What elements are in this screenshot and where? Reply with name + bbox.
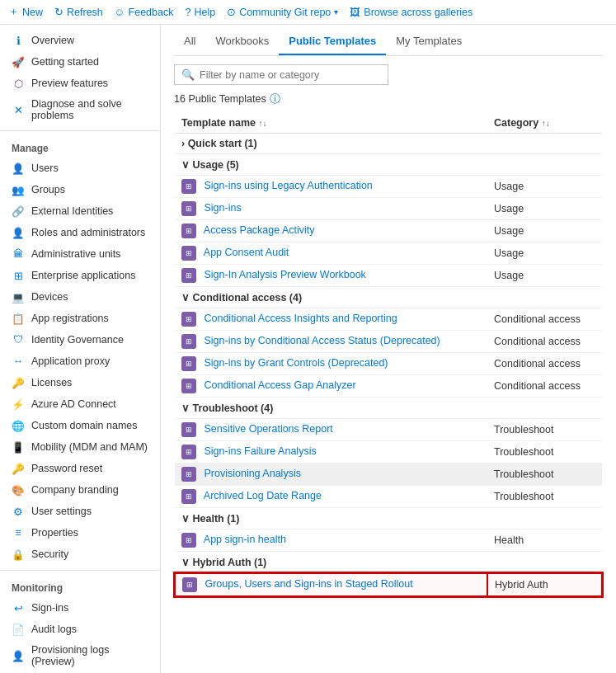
sidebar-item-azure-ad-connect[interactable]: ⚡ Azure AD Connect bbox=[0, 393, 160, 415]
sidebar-item-user-settings[interactable]: ⚙ User settings bbox=[0, 501, 160, 522]
group-quick-start[interactable]: › Quick start (1) bbox=[175, 134, 602, 154]
browse-icon: 🖼 bbox=[350, 7, 360, 18]
filter-input[interactable] bbox=[200, 69, 381, 81]
count-label: 16 Public Templates ⓘ bbox=[174, 92, 603, 106]
group-toggle-health[interactable]: ∨ Health (1) bbox=[181, 513, 239, 525]
enterprise-apps-icon: ⊞ bbox=[12, 269, 25, 282]
table-row: ⊞ App sign-in health Health bbox=[175, 529, 602, 552]
template-link-app-consent[interactable]: App Consent Audit bbox=[204, 247, 289, 258]
roles-icon: 👤 bbox=[12, 226, 25, 239]
password-reset-icon: 🔑 bbox=[12, 462, 25, 475]
template-icon: ⊞ bbox=[181, 246, 196, 261]
help-button[interactable]: ? Help bbox=[185, 7, 215, 18]
monitoring-section-label: Monitoring bbox=[0, 576, 160, 597]
feedback-button[interactable]: ☺ Feedback bbox=[115, 7, 174, 18]
template-icon: ⊞ bbox=[181, 224, 196, 238]
sidebar-item-sign-ins[interactable]: ↩ Sign-ins bbox=[0, 597, 160, 619]
template-icon: ⊞ bbox=[181, 489, 196, 504]
table-row: ⊞ Provisioning Analysis Troubleshoot bbox=[175, 464, 602, 486]
template-link-archived-log[interactable]: Archived Log Date Range bbox=[204, 490, 322, 501]
sidebar-item-app-proxy[interactable]: ↔ Application proxy bbox=[0, 351, 160, 372]
template-link-sign-ins[interactable]: Sign-ins bbox=[204, 202, 241, 214]
wrench-icon: ✕ bbox=[12, 103, 25, 116]
licenses-icon: 🔑 bbox=[12, 376, 25, 389]
group-usage[interactable]: ∨ Usage (5) bbox=[175, 154, 602, 176]
info-icon: ℹ bbox=[12, 34, 25, 47]
template-icon: ⊞ bbox=[181, 201, 196, 216]
group-troubleshoot[interactable]: ∨ Troubleshoot (4) bbox=[175, 398, 602, 419]
tab-workbooks[interactable]: Workbooks bbox=[205, 28, 279, 55]
table-row: ⊞ Archived Log Date Range Troubleshoot bbox=[175, 486, 602, 508]
template-icon: ⊞ bbox=[181, 179, 196, 194]
community-button[interactable]: ⊙ Community Git repo ▾ bbox=[227, 6, 338, 18]
sidebar-item-licenses[interactable]: 🔑 Licenses bbox=[0, 372, 160, 393]
group-health[interactable]: ∨ Health (1) bbox=[175, 508, 602, 529]
group-toggle-quick-start[interactable]: › Quick start (1) bbox=[181, 138, 257, 149]
template-link-legacy-auth[interactable]: Sign-ins using Legacy Authentication bbox=[204, 180, 372, 191]
sort-icon-category: ↑↓ bbox=[542, 119, 550, 128]
template-link-access-package[interactable]: Access Package Activity bbox=[204, 224, 315, 236]
template-link-sensitive-ops[interactable]: Sensitive Operations Report bbox=[204, 423, 332, 435]
sidebar-item-branding[interactable]: 🎨 Company branding bbox=[0, 479, 160, 501]
template-link-sign-ins-failure[interactable]: Sign-ins Failure Analysis bbox=[204, 445, 316, 457]
tab-my-templates[interactable]: My Templates bbox=[386, 28, 472, 55]
sidebar-item-identity-governance[interactable]: 🛡 Identity Governance bbox=[0, 329, 160, 351]
table-row: ⊞ Sign-ins by Grant Controls (Deprecated… bbox=[175, 353, 602, 375]
template-link-ca-status[interactable]: Sign-ins by Conditional Access Status (D… bbox=[204, 335, 440, 346]
template-link-provisioning-analysis[interactable]: Provisioning Analysis bbox=[204, 468, 300, 479]
browse-button[interactable]: 🖼 Browse across galleries bbox=[350, 7, 473, 18]
col-category[interactable]: Category ↑↓ bbox=[487, 113, 602, 134]
sidebar-item-admin-units[interactable]: 🏛 Administrative units bbox=[0, 243, 160, 265]
sidebar-item-enterprise-apps[interactable]: ⊞ Enterprise applications bbox=[0, 265, 160, 286]
sidebar-item-properties[interactable]: ≡ Properties bbox=[0, 522, 160, 544]
sidebar-item-roles[interactable]: 👤 Roles and administrators bbox=[0, 222, 160, 243]
tab-all[interactable]: All bbox=[174, 28, 205, 55]
group-toggle-conditional-access[interactable]: ∨ Conditional access (4) bbox=[181, 292, 302, 304]
group-toggle-troubleshoot[interactable]: ∨ Troubleshoot (4) bbox=[181, 402, 273, 414]
sidebar-item-devices[interactable]: 💻 Devices bbox=[0, 286, 160, 308]
tabs-bar: All Workbooks Public Templates My Templa… bbox=[174, 25, 603, 56]
sidebar-item-users[interactable]: 👤 Users bbox=[0, 158, 160, 179]
col-template-name[interactable]: Template name ↑↓ bbox=[175, 113, 487, 134]
sidebar-item-groups[interactable]: 👥 Groups bbox=[0, 179, 160, 200]
template-link-ca-gap[interactable]: Conditional Access Gap Analyzer bbox=[204, 379, 355, 391]
template-link-ca-grant[interactable]: Sign-ins by Grant Controls (Deprecated) bbox=[204, 357, 388, 369]
refresh-button[interactable]: ↻ Refresh bbox=[54, 6, 103, 18]
table-row: ⊞ Access Package Activity Usage bbox=[175, 220, 602, 242]
template-link-app-sign-in-health[interactable]: App sign-in health bbox=[204, 534, 286, 545]
help-icon: ? bbox=[185, 7, 190, 18]
sidebar-item-overview[interactable]: ℹ Overview bbox=[0, 30, 160, 51]
new-button[interactable]: ＋ New bbox=[8, 5, 43, 19]
user-settings-icon: ⚙ bbox=[12, 505, 25, 518]
sidebar-item-external-identities[interactable]: 🔗 External Identities bbox=[0, 200, 160, 222]
template-link-ca-insights[interactable]: Conditional Access Insights and Reportin… bbox=[204, 313, 397, 324]
group-hybrid-auth[interactable]: ∨ Hybrid Auth (1) bbox=[175, 552, 602, 574]
table-row: ⊞ Conditional Access Insights and Report… bbox=[175, 308, 602, 331]
sidebar-item-mobility[interactable]: 📱 Mobility (MDM and MAM) bbox=[0, 436, 160, 458]
group-conditional-access[interactable]: ∨ Conditional access (4) bbox=[175, 287, 602, 308]
group-toggle-usage[interactable]: ∨ Usage (5) bbox=[181, 159, 239, 171]
users-icon: 👤 bbox=[12, 162, 25, 175]
sidebar-item-custom-domains[interactable]: 🌐 Custom domain names bbox=[0, 415, 160, 436]
sidebar-item-password-reset[interactable]: 🔑 Password reset bbox=[0, 458, 160, 479]
sidebar-item-preview-features[interactable]: ⬡ Preview features bbox=[0, 73, 160, 94]
audit-logs-icon: 📄 bbox=[12, 623, 25, 636]
sidebar-item-app-registrations[interactable]: 📋 App registrations bbox=[0, 308, 160, 329]
group-toggle-hybrid-auth[interactable]: ∨ Hybrid Auth (1) bbox=[181, 557, 266, 568]
chevron-down-icon: ▾ bbox=[334, 7, 338, 16]
template-icon: ⊞ bbox=[181, 445, 196, 459]
template-icon: ⊞ bbox=[181, 422, 196, 437]
template-link-sign-in-analysis[interactable]: Sign-In Analysis Preview Workbook bbox=[204, 269, 365, 280]
sidebar-item-security[interactable]: 🔒 Security bbox=[0, 544, 160, 565]
filter-bar[interactable]: 🔍 bbox=[174, 64, 388, 85]
tab-public-templates[interactable]: Public Templates bbox=[279, 28, 386, 55]
template-link-groups-users-sign-ins[interactable]: Groups, Users and Sign-ins in Staged Rol… bbox=[205, 578, 412, 590]
sidebar-item-audit-logs[interactable]: 📄 Audit logs bbox=[0, 619, 160, 640]
sidebar-item-provisioning-logs[interactable]: 👤 Provisioning logs (Preview) bbox=[0, 640, 160, 671]
table-row-highlighted: ⊞ Groups, Users and Sign-ins in Staged R… bbox=[175, 573, 602, 596]
template-icon: ⊞ bbox=[181, 334, 196, 349]
sidebar-item-diagnose[interactable]: ✕ Diagnose and solve problems bbox=[0, 94, 160, 125]
main-layout: ℹ Overview 🚀 Getting started ⬡ Preview f… bbox=[0, 25, 616, 673]
preview-icon: ⬡ bbox=[12, 77, 25, 90]
sidebar-item-getting-started[interactable]: 🚀 Getting started bbox=[0, 51, 160, 73]
